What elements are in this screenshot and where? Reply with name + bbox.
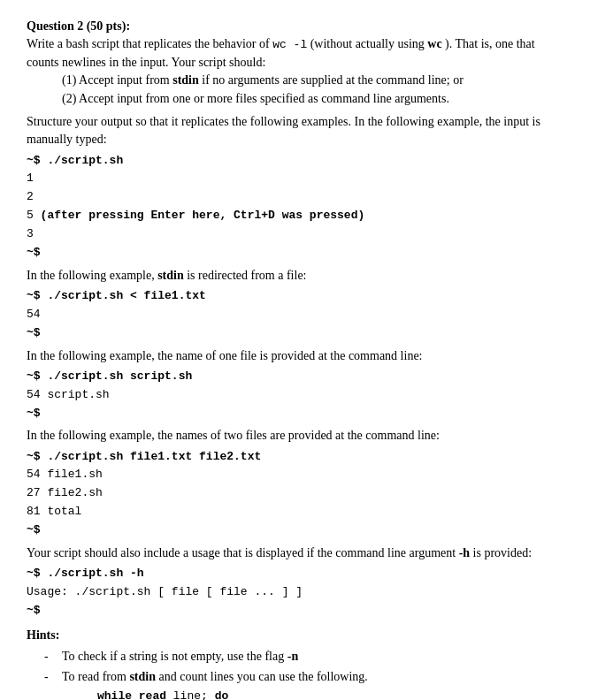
wc-command: wc -l	[272, 38, 307, 51]
code-while: while read line; do	[97, 689, 228, 700]
requirement-2: (2) Accept input from one or more files …	[62, 90, 563, 108]
question-intro: Write a bash script that replicates the …	[27, 35, 563, 72]
example2-section: In the following example, stdin is redir…	[27, 267, 563, 342]
example2-line1: 54	[27, 307, 563, 323]
example5-cmd: ~$ ./script.sh -h	[27, 566, 563, 582]
wc-word: wc	[427, 37, 441, 50]
question-header-section: Question 2 (50 pts): Write a bash script…	[27, 18, 563, 108]
example3-prompt: ~$	[27, 406, 563, 422]
example4-section: In the following example, the names of t…	[27, 427, 563, 539]
example4-line3: 81 total	[27, 504, 563, 521]
hint-1-content: To check if a string is not empty, use t…	[62, 648, 563, 666]
example1-prompt: ~$	[27, 245, 563, 262]
example4-line2: 27 file2.sh	[27, 485, 563, 502]
example4-prompt: ~$	[27, 522, 563, 539]
example5-prompt: ~$	[27, 603, 563, 620]
example3-section: In the following example, the name of on…	[27, 347, 563, 422]
example1-line3: 5 (after pressing Enter here, Ctrl+D was…	[27, 208, 563, 224]
example2-prompt: ~$	[27, 325, 563, 342]
structure-section: Structure your output so that it replica…	[27, 113, 563, 262]
example5-usage: Usage: ./script.sh [ file [ file ... ] ]	[27, 584, 563, 601]
example3-line1: 54 script.sh	[27, 387, 563, 404]
hints-header: Hints:	[27, 627, 563, 644]
example4-cmd: ~$ ./script.sh file1.txt file2.txt	[27, 449, 563, 466]
question-header: Question 2 (50 pts):	[27, 19, 130, 33]
hint-1: - To check if a string is not empty, use…	[27, 648, 563, 666]
example1-cmd: ~$ ./script.sh	[27, 153, 563, 170]
hint-2-dash: -	[44, 668, 62, 700]
hint-2-content: To read from stdin and count lines you c…	[62, 668, 563, 700]
requirement-1: (1) Accept input from stdin if no argume…	[62, 72, 563, 89]
question-container: Question 2 (50 pts): Write a bash script…	[27, 18, 563, 700]
hint-1-dash: -	[44, 648, 62, 666]
example1-line2: 2	[27, 189, 563, 206]
usage-intro: Your script should also include a usage …	[27, 544, 563, 562]
example4-intro: In the following example, the names of t…	[27, 427, 563, 445]
usage-section: Your script should also include a usage …	[27, 544, 563, 620]
structure-text: Structure your output so that it replica…	[27, 113, 563, 149]
example1-line1: 1	[27, 171, 563, 187]
hints-section: Hints: - To check if a string is not emp…	[27, 627, 563, 700]
example2-intro: In the following example, stdin is redir…	[27, 267, 563, 285]
example3-cmd: ~$ ./script.sh script.sh	[27, 369, 563, 385]
example4-line1: 54 file1.sh	[27, 467, 563, 483]
hint-2: - To read from stdin and count lines you…	[27, 668, 563, 700]
example2-cmd: ~$ ./script.sh < file1.txt	[27, 288, 563, 305]
example1-line4: 3	[27, 226, 563, 243]
example3-intro: In the following example, the name of on…	[27, 347, 563, 365]
